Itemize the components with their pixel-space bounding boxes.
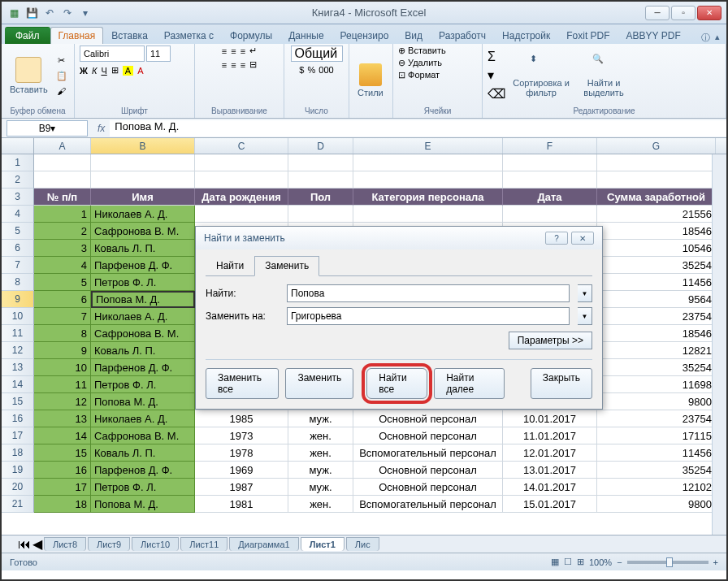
paste-button[interactable]: Вставить <box>6 55 51 96</box>
cell[interactable]: Категория персонала <box>353 189 503 206</box>
cell[interactable]: 2 <box>34 223 91 240</box>
cell[interactable]: Сафронова В. М. <box>91 325 195 342</box>
column-header-C[interactable]: C <box>195 138 288 154</box>
name-box[interactable]: B9 ▾ <box>6 120 88 137</box>
vertical-scrollbar[interactable] <box>712 154 726 535</box>
formula-input[interactable]: Попова М. Д. <box>110 120 726 137</box>
cell[interactable]: № п/п <box>34 189 91 206</box>
row-header[interactable]: 4 <box>2 206 34 223</box>
cell[interactable]: Попова М. Д. <box>91 393 195 410</box>
cell[interactable]: Основной персонал <box>353 427 503 444</box>
cell[interactable] <box>288 154 353 171</box>
dialog-tab-find[interactable]: Найти <box>206 256 254 275</box>
replace-dropdown-icon[interactable]: ▼ <box>578 307 592 325</box>
cell[interactable]: 15.01.2017 <box>503 496 597 513</box>
cell[interactable]: Сафронова В. М. <box>91 427 195 444</box>
cell[interactable]: 9 <box>34 342 91 359</box>
cell[interactable]: 21556 <box>597 206 716 223</box>
tab-вставка[interactable]: Вставка <box>103 27 156 44</box>
sheet-tab[interactable]: Диаграмма1 <box>229 537 298 551</box>
save-icon[interactable]: 💾 <box>24 6 39 20</box>
find-input[interactable]: Попова <box>287 284 570 302</box>
row-header[interactable]: 17 <box>2 427 34 444</box>
cell[interactable]: 10.01.2017 <box>503 410 597 427</box>
help-icon[interactable]: ⓘ <box>701 32 710 44</box>
cell[interactable]: 1973 <box>195 427 288 444</box>
cell[interactable]: Дата <box>503 189 597 206</box>
find-dropdown-icon[interactable]: ▼ <box>578 284 592 302</box>
tab-главная[interactable]: Главная <box>50 27 104 44</box>
cell[interactable]: муж. <box>288 410 353 427</box>
cell[interactable]: 8 <box>34 325 91 342</box>
cell[interactable] <box>195 171 288 189</box>
find-select-button[interactable]: 🔍 Найти и выделить <box>576 52 631 99</box>
tab-abbyy pdf[interactable]: ABBYY PDF <box>618 27 689 44</box>
cell[interactable]: 1985 <box>195 410 288 427</box>
row-header[interactable]: 21 <box>2 496 34 513</box>
wrap-text-icon[interactable]: ↵ <box>249 46 257 56</box>
cell[interactable]: Николаев А. Д. <box>91 308 195 325</box>
insert-cells-button[interactable]: ⊕ Вставить <box>398 46 446 56</box>
sheet-tab[interactable]: Лис <box>346 537 379 551</box>
cell[interactable]: 1981 <box>195 496 288 513</box>
cell[interactable]: 12821 <box>597 342 716 359</box>
row-header[interactable]: 1 <box>2 154 34 171</box>
dialog-tab-replace[interactable]: Заменить <box>254 256 319 276</box>
cell[interactable] <box>503 154 597 171</box>
params-button[interactable]: Параметры >> <box>509 332 592 349</box>
row-header[interactable]: 16 <box>2 410 34 427</box>
currency-icon[interactable]: $ <box>299 65 304 75</box>
tab-разработч[interactable]: Разработч <box>431 27 494 44</box>
cell[interactable]: 9800 <box>597 393 716 410</box>
cell[interactable]: 35254 <box>597 462 716 479</box>
cell[interactable]: Попова М. Д. <box>91 291 195 308</box>
format-cells-button[interactable]: ⊡ Формат <box>398 70 440 80</box>
zoom-in-button[interactable]: + <box>713 557 718 567</box>
cell[interactable]: Коваль Л. П. <box>91 342 195 359</box>
font-name-select[interactable]: Calibri <box>80 46 145 62</box>
cell[interactable]: 18546 <box>597 325 716 342</box>
format-painter-icon[interactable]: 🖌 <box>54 85 69 98</box>
maximize-button[interactable]: ▫ <box>671 6 696 20</box>
cut-icon[interactable]: ✂ <box>54 54 69 67</box>
dialog-titlebar[interactable]: Найти и заменить ? ✕ <box>196 227 602 249</box>
cell[interactable]: Имя <box>91 189 195 206</box>
merge-icon[interactable]: ⊟ <box>249 59 257 70</box>
font-color-button[interactable]: A <box>137 66 143 76</box>
row-header[interactable]: 20 <box>2 479 34 496</box>
cell[interactable]: 11.01.2017 <box>503 427 597 444</box>
cell[interactable]: 17 <box>34 479 91 496</box>
dialog-close-button[interactable]: ✕ <box>571 232 594 245</box>
cell[interactable] <box>34 171 91 189</box>
cell[interactable]: 17115 <box>597 427 716 444</box>
cell[interactable]: Основной персонал <box>353 410 503 427</box>
column-header-G[interactable]: G <box>597 138 716 154</box>
cell[interactable]: 13 <box>34 410 91 427</box>
minimize-ribbon-icon[interactable]: ▴ <box>715 32 720 44</box>
sort-filter-button[interactable]: ⬍ Сортировка и фильтр <box>509 52 573 99</box>
cell[interactable]: 11 <box>34 376 91 393</box>
sheet-nav-first-icon[interactable]: ⏮ <box>18 537 31 552</box>
cell[interactable]: 10 <box>34 359 91 376</box>
italic-button[interactable]: К <box>92 66 97 76</box>
tab-рецензиро[interactable]: Рецензиро <box>332 27 397 44</box>
cell[interactable] <box>353 171 503 189</box>
row-header[interactable]: 6 <box>2 240 34 257</box>
number-format-select[interactable]: Общий <box>291 46 343 62</box>
cell[interactable]: Николаев А. Д. <box>91 410 195 427</box>
row-header[interactable]: 19 <box>2 462 34 479</box>
cell[interactable] <box>597 171 716 189</box>
cell[interactable]: 4 <box>34 257 91 274</box>
cell[interactable]: 10546 <box>597 240 716 257</box>
tab-file[interactable]: Файл <box>5 27 50 44</box>
cell[interactable]: 14.01.2017 <box>503 479 597 496</box>
cell[interactable]: 7 <box>34 308 91 325</box>
fill-color-button[interactable]: A <box>123 66 133 76</box>
cell[interactable]: жен. <box>288 427 353 444</box>
replace-button[interactable]: Заменить <box>285 368 353 399</box>
cell[interactable]: 35254 <box>597 257 716 274</box>
cell[interactable]: 11456 <box>597 274 716 291</box>
cell[interactable]: Дата рождения <box>195 189 288 206</box>
zoom-level[interactable]: 100% <box>589 557 612 567</box>
view-normal-icon[interactable]: ▦ <box>551 557 559 567</box>
